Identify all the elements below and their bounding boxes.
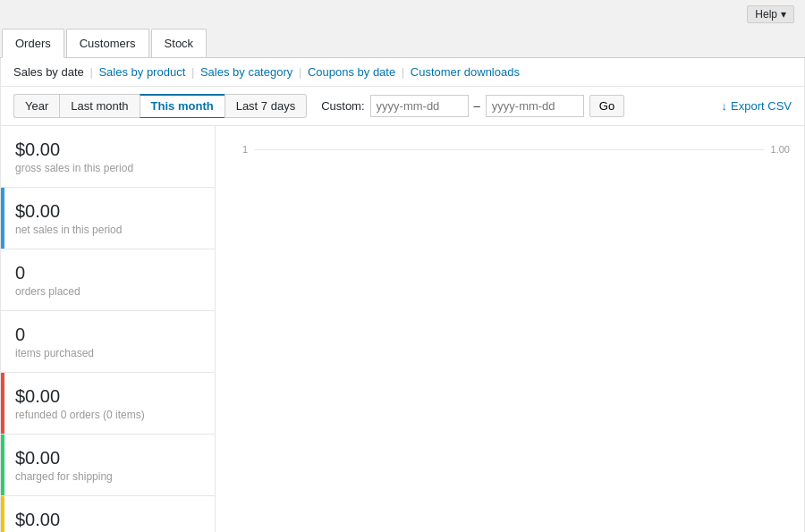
stat-refunded-label: refunded 0 orders (0 items) (15, 409, 200, 421)
filter-last-month[interactable]: Last month (59, 94, 139, 118)
export-csv-link[interactable]: ↓ Export CSV (722, 99, 792, 113)
filter-year[interactable]: Year (13, 94, 59, 118)
net-sales-bar (1, 188, 4, 249)
stat-shipping-value: $0.00 (15, 447, 200, 469)
shipping-bar (1, 435, 4, 495)
chart-top-line: 1 1.00 (242, 144, 790, 155)
chart-right-label: 1.00 (771, 144, 790, 155)
subnav-sales-by-category[interactable]: Sales by category (200, 65, 296, 79)
tab-orders[interactable]: Orders (2, 29, 64, 58)
chart-area: 1 1.00 (216, 126, 804, 532)
stat-net-sales-value: $0.00 (15, 200, 200, 222)
page-wrapper: Help ▾ Orders Customers Stock Sales by d… (0, 0, 805, 532)
stat-items-purchased: 0 items purchased (1, 311, 215, 373)
filter-last-7-days[interactable]: Last 7 days (225, 94, 308, 118)
custom-from-input[interactable] (370, 95, 469, 117)
stats-sidebar: $0.00 gross sales in this period $0.00 n… (1, 126, 216, 532)
subnav-coupons-by-date[interactable]: Coupons by date (308, 65, 399, 79)
main-content: $0.00 gross sales in this period $0.00 n… (1, 126, 804, 532)
coupons-bar (1, 496, 4, 532)
stat-items-purchased-label: items purchased (15, 347, 200, 359)
subnav-customer-downloads[interactable]: Customer downloads (411, 65, 520, 79)
stat-gross-sales: $0.00 gross sales in this period (1, 126, 215, 188)
date-separator: – (474, 99, 480, 113)
stat-net-sales-label: net sales in this period (15, 224, 200, 236)
help-arrow: ▾ (781, 8, 786, 21)
refunded-bar (1, 373, 4, 434)
stat-orders-placed-label: orders placed (15, 285, 200, 298)
export-icon: ↓ (722, 99, 728, 113)
stat-coupons: $0.00 worth of coupons used (1, 496, 215, 532)
stat-gross-sales-value: $0.00 (15, 139, 200, 160)
stat-orders-placed-value: 0 (15, 262, 200, 283)
custom-label: Custom: (321, 99, 364, 113)
go-button[interactable]: Go (589, 95, 624, 117)
sub-nav: Sales by date | Sales by product | Sales… (1, 58, 804, 87)
stat-orders-placed: 0 orders placed (1, 249, 215, 311)
help-label: Help (755, 8, 777, 21)
stat-gross-sales-label: gross sales in this period (15, 162, 200, 174)
stat-net-sales: $0.00 net sales in this period (1, 188, 215, 249)
top-bar: Help ▾ (0, 0, 805, 29)
custom-to-input[interactable] (486, 95, 584, 117)
main-tabs: Orders Customers Stock (0, 29, 805, 58)
stat-refunded-value: $0.00 (15, 385, 200, 407)
help-button[interactable]: Help ▾ (747, 5, 794, 23)
stat-shipping-label: charged for shipping (15, 470, 200, 483)
subnav-sales-by-date[interactable]: Sales by date (13, 65, 87, 79)
stat-shipping: $0.00 charged for shipping (1, 435, 215, 496)
subnav-sales-by-product[interactable]: Sales by product (98, 65, 188, 79)
tab-customers[interactable]: Customers (66, 29, 149, 57)
chart-horizontal-line (255, 149, 763, 150)
export-label: Export CSV (731, 99, 792, 113)
sub-nav-sep-1: | (89, 65, 92, 79)
chart-left-label: 1 (242, 144, 248, 155)
filter-bar: Year Last month This month Last 7 days C… (1, 87, 804, 126)
sub-nav-sep-3: | (299, 65, 301, 79)
stat-refunded: $0.00 refunded 0 orders (0 items) (1, 373, 215, 435)
stat-coupons-value: $0.00 (15, 509, 200, 530)
content-area: Sales by date | Sales by product | Sales… (0, 58, 805, 532)
filter-this-month[interactable]: This month (140, 94, 225, 118)
chart-empty-area (242, 162, 790, 532)
sub-nav-sep-2: | (191, 65, 194, 79)
stat-items-purchased-value: 0 (15, 324, 200, 345)
tab-stock[interactable]: Stock (151, 29, 208, 57)
sub-nav-sep-4: | (402, 65, 404, 79)
